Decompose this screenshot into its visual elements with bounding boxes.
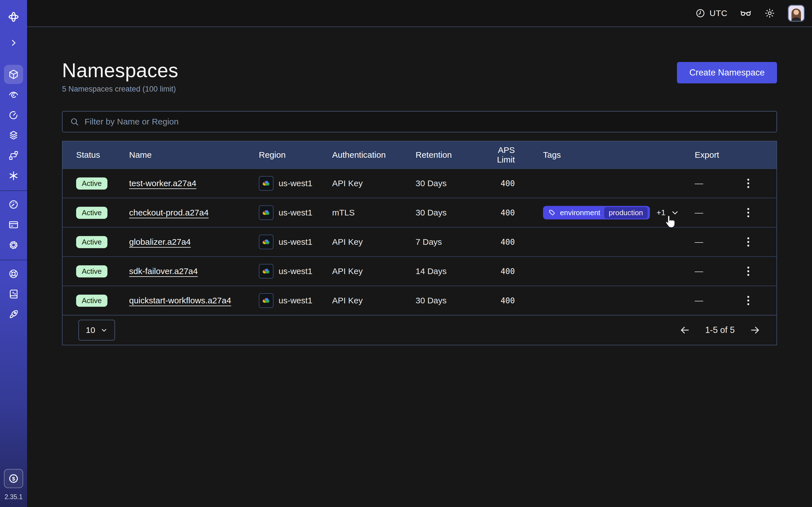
column-header-authentication: Authentication — [332, 150, 416, 160]
retention-cell: 7 Days — [416, 237, 479, 247]
tags-cell: environment production +1 — [526, 206, 675, 219]
pagination-controls: 1-5 of 5 — [678, 323, 762, 337]
retention-cell: 14 Days — [416, 267, 479, 276]
region-label: us-west1 — [278, 267, 312, 276]
table-row: Active test-worker.a27a4 — [63, 168, 776, 198]
status-badge: Active — [76, 207, 107, 219]
namespace-count-subtitle: 5 Namespaces created (100 limit) — [62, 85, 179, 94]
auth-cell: API Key — [332, 296, 416, 305]
main-content: Namespaces 5 Namespaces created (100 lim… — [27, 27, 812, 507]
status-badge: Active — [76, 177, 107, 189]
next-page-arrow-right-icon[interactable] — [748, 323, 762, 337]
page-size-select[interactable]: 10 — [79, 320, 115, 341]
export-cell: — — [675, 267, 735, 276]
tag-icon — [548, 209, 556, 217]
sidebar-item-insights-eye-icon[interactable] — [4, 85, 23, 104]
sidebar-item-usage-gauge-icon[interactable] — [4, 195, 23, 214]
theme-sun-icon[interactable] — [764, 8, 775, 19]
svg-text:$: $ — [12, 476, 15, 482]
retention-cell: 30 Days — [416, 179, 479, 188]
row-actions-kebab-menu-icon[interactable] — [745, 293, 752, 307]
namespace-link[interactable]: globalizer.a27a4 — [129, 237, 191, 246]
sidebar-divider — [0, 260, 27, 260]
column-header-aps-limit: APS Limit — [479, 145, 526, 165]
pagination-range: 1-5 of 5 — [705, 325, 735, 335]
clock-icon — [695, 8, 706, 18]
previous-page-arrow-left-icon[interactable] — [678, 323, 692, 337]
timezone-selector[interactable]: UTC — [695, 8, 727, 18]
aps-limit-cell: 400 — [479, 267, 526, 276]
sidebar-item-layers-icon[interactable] — [4, 126, 23, 145]
auth-cell: mTLS — [332, 208, 416, 217]
column-header-name: Name — [129, 150, 259, 160]
topbar: UTC — [27, 0, 812, 27]
credits-dollar-seal-icon[interactable]: $ — [4, 469, 23, 488]
timezone-label: UTC — [710, 8, 727, 18]
gcp-logo-icon — [259, 205, 273, 220]
aps-limit-cell: 400 — [479, 237, 526, 247]
aps-limit-cell: 400 — [479, 208, 526, 217]
column-header-status: Status — [76, 150, 129, 160]
filter-input[interactable] — [85, 117, 770, 126]
export-cell: — — [675, 208, 735, 217]
namespace-link[interactable]: quickstart-workflows.a27a4 — [129, 296, 231, 305]
sidebar: $ 2.35.1 — [0, 0, 27, 507]
sidebar-item-getting-started-rocket-icon[interactable] — [4, 305, 23, 324]
sidebar-item-billing-credit-card-icon[interactable] — [4, 215, 23, 234]
sidebar-item-namespaces-cube-icon[interactable] — [4, 65, 23, 84]
sidebar-item-workflow-branch-icon[interactable] — [4, 146, 23, 165]
auth-cell: API Key — [332, 237, 416, 247]
sidebar-item-nexus-asterisk-icon[interactable] — [4, 166, 23, 185]
gcp-logo-icon — [259, 176, 273, 191]
search-icon — [69, 117, 80, 127]
export-cell: — — [675, 237, 735, 247]
temporal-logo-icon[interactable] — [4, 7, 23, 26]
table-row: Active sdk-failover.a27a4 u — [63, 256, 776, 286]
sidebar-item-docs-book-sparkle-icon[interactable] — [4, 284, 23, 304]
sidebar-item-settings-gear-icon[interactable] — [4, 235, 23, 255]
tag-overflow-count: +1 — [657, 208, 666, 217]
gcp-logo-icon — [259, 293, 273, 308]
row-actions-kebab-menu-icon[interactable] — [745, 206, 752, 220]
gcp-logo-icon — [259, 235, 273, 249]
app-version: 2.35.1 — [4, 493, 22, 501]
create-namespace-button[interactable]: Create Namespace — [677, 62, 777, 83]
column-header-export: Export — [675, 150, 735, 160]
gcp-logo-icon — [259, 264, 273, 279]
namespace-link[interactable]: sdk-failover.a27a4 — [129, 267, 198, 276]
labs-glasses-icon[interactable] — [740, 7, 752, 19]
region-cell: us-west1 — [259, 293, 332, 308]
app-window: $ 2.35.1 UTC — [0, 0, 812, 507]
row-actions-kebab-menu-icon[interactable] — [745, 235, 752, 249]
region-label: us-west1 — [278, 296, 312, 305]
region-label: us-west1 — [278, 208, 312, 217]
row-actions-kebab-menu-icon[interactable] — [745, 264, 752, 278]
row-actions-kebab-menu-icon[interactable] — [745, 176, 752, 190]
column-header-retention: Retention — [416, 150, 479, 160]
auth-cell: API Key — [332, 179, 416, 188]
table-footer: 10 1-5 of 5 — [63, 315, 776, 345]
region-label: us-west1 — [278, 179, 312, 188]
auth-cell: API Key — [332, 267, 416, 276]
sidebar-expand-chevron-right-icon[interactable] — [4, 33, 23, 52]
tag-pill[interactable]: environment production — [543, 206, 650, 219]
region-label: us-west1 — [278, 237, 312, 247]
namespaces-table: Status Name Region Authentication Retent… — [62, 141, 777, 345]
namespace-link[interactable]: test-worker.a27a4 — [129, 179, 196, 188]
page-size-value: 10 — [86, 325, 95, 335]
filter-bar[interactable] — [62, 111, 777, 132]
region-cell: us-west1 — [259, 235, 332, 249]
tag-value: production — [604, 207, 647, 219]
namespace-link[interactable]: checkout-prod.a27a4 — [129, 208, 209, 217]
sidebar-divider — [0, 190, 27, 191]
sidebar-item-timer-icon[interactable] — [4, 105, 23, 124]
status-badge: Active — [76, 265, 107, 277]
table-row: Active quickstart-workflows.a27a4 — [63, 286, 776, 315]
retention-cell: 30 Days — [416, 208, 479, 217]
aps-limit-cell: 400 — [479, 179, 526, 188]
status-badge: Active — [76, 236, 107, 248]
sidebar-item-support-lifebuoy-icon[interactable] — [4, 264, 23, 283]
table-header-row: Status Name Region Authentication Retent… — [63, 142, 776, 168]
export-cell: — — [675, 296, 735, 305]
user-avatar[interactable] — [788, 5, 805, 22]
